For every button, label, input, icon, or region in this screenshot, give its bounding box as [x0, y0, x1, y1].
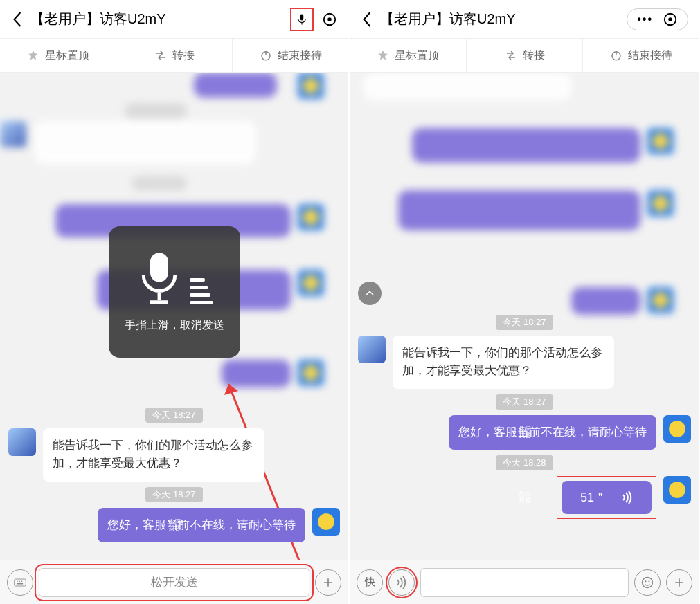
voice-message-row: 51＂ [358, 476, 691, 519]
svg-point-8 [17, 580, 18, 582]
recording-overlay: 手指上滑，取消发送 [109, 226, 240, 358]
agent-avatar [663, 476, 691, 504]
transfer-action[interactable]: 转接 [116, 39, 233, 72]
left-pane: 【老用户】访客U2mY 星标置顶 转接 结束接待 [0, 0, 350, 604]
header: 【老用户】访客U2mY ••• [350, 0, 699, 38]
star-action[interactable]: 星标置顶 [0, 39, 116, 72]
input-bar: 松开发送 [0, 560, 348, 604]
svg-rect-0 [300, 14, 304, 20]
svg-point-13 [668, 17, 672, 21]
microphone-icon [136, 250, 183, 304]
end-action[interactable]: 结束接待 [233, 39, 348, 72]
emoji-button[interactable] [634, 569, 661, 596]
outgoing-message: 您好，客服当前不在线，请耐心等待 [358, 415, 691, 450]
more-button[interactable] [666, 569, 692, 596]
back-button[interactable] [357, 9, 377, 30]
svg-point-10 [21, 580, 23, 582]
hold-to-talk-button[interactable]: 松开发送 [39, 568, 309, 597]
keyboard-toggle[interactable] [7, 569, 33, 596]
message-text: 能告诉我一下，你们的那个活动怎么参加，才能享受最大优惠？ [43, 428, 264, 482]
chat-title: 【老用户】访客U2mY [30, 10, 286, 28]
capsule-menu[interactable]: ••• [627, 8, 688, 30]
timestamp: 今天 18:27 [496, 315, 553, 330]
action-bar: 星标置顶 转接 结束接待 [350, 38, 699, 73]
agent-avatar [312, 508, 340, 536]
end-action[interactable]: 结束接待 [583, 39, 699, 72]
timestamp: 今天 18:27 [496, 394, 553, 410]
visitor-avatar [358, 336, 386, 363]
incoming-message: 能告诉我一下，你们的那个活动怎么参加，才能享受最大优惠？ [358, 336, 691, 389]
svg-point-2 [327, 17, 332, 21]
header: 【老用户】访客U2mY [0, 0, 348, 38]
transfer-action[interactable]: 转接 [467, 39, 584, 72]
more-button[interactable] [315, 569, 341, 596]
svg-rect-11 [17, 583, 23, 584]
chat-body: 今天 18:27 能告诉我一下，你们的那个活动怎么参加，才能享受最大优惠？ 今天… [350, 73, 699, 560]
svg-rect-4 [150, 253, 168, 282]
right-pane: 【老用户】访客U2mY ••• 星标置顶 转接 结束接待 [350, 0, 699, 604]
target-icon [663, 12, 678, 27]
voice-input-button[interactable] [290, 8, 314, 31]
text-input[interactable] [420, 568, 629, 597]
chat-title: 【老用户】访客U2mY [380, 10, 627, 28]
agent-avatar [663, 415, 691, 443]
message-text: 能告诉我一下，你们的那个活动怎么参加，才能享受最大优惠？ [393, 336, 614, 389]
scroll-up-button[interactable] [358, 282, 382, 305]
svg-point-9 [19, 580, 20, 582]
star-action[interactable]: 星标置顶 [350, 39, 467, 72]
svg-point-17 [649, 580, 650, 582]
timestamp: 今天 18:28 [496, 455, 553, 470]
timestamp: 今天 18:27 [145, 487, 202, 502]
incoming-message: 能告诉我一下，你们的那个活动怎么参加，才能享受最大优惠？ [8, 428, 340, 482]
outgoing-message: 您好，客服当前不在线，请耐心等待 [8, 508, 340, 542]
voice-toggle-button[interactable] [388, 569, 415, 596]
svg-point-15 [643, 577, 653, 587]
chat-body: 今天 18:27 能告诉我一下，你们的那个活动怎么参加，才能享受最大优惠？ 今天… [0, 73, 348, 560]
recording-hint: 手指上滑，取消发送 [125, 318, 224, 333]
input-bar: 快 [350, 560, 699, 604]
svg-rect-7 [15, 579, 26, 586]
quick-reply-button[interactable]: 快 [357, 569, 383, 596]
back-button[interactable] [7, 9, 28, 30]
action-bar: 星标置顶 转接 结束接待 [0, 38, 348, 73]
timestamp: 今天 18:27 [145, 408, 202, 423]
svg-point-16 [645, 580, 647, 582]
visitor-avatar [8, 428, 36, 456]
volume-bars [190, 278, 213, 304]
more-dots-icon: ••• [637, 13, 653, 26]
target-icon[interactable] [318, 8, 341, 31]
